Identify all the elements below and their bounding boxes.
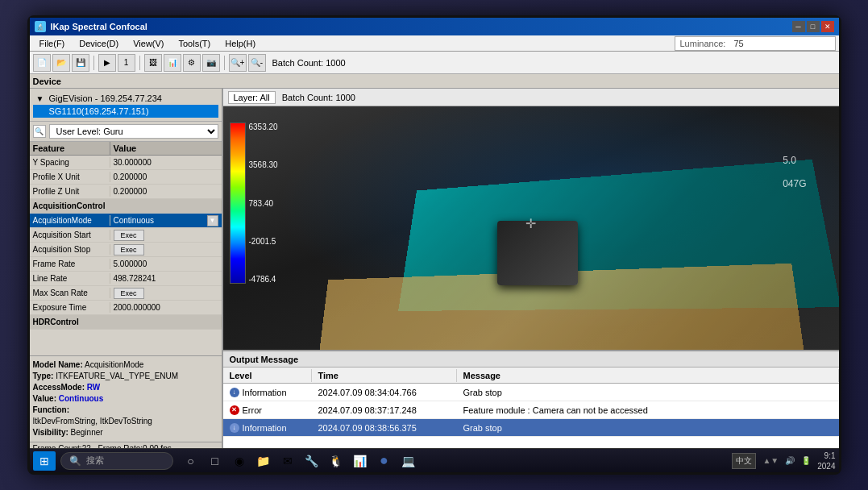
exec-maxscan-button[interactable]: Exec [114, 288, 144, 299]
play-button[interactable]: ▶ [98, 54, 116, 72]
cursor-indicator: ✛ [525, 215, 536, 230]
taskbar-icon-monitor[interactable]: 💻 [399, 451, 418, 471]
row-acquisition-stop[interactable]: Acquisition Stop Exec [30, 243, 222, 257]
out-row-0[interactable]: ↓ Information 2024.07.09 08:34:04.766 Gr… [223, 384, 839, 401]
feature-framerate-value[interactable]: 5.000000 [110, 259, 222, 269]
out-row-2[interactable]: ↓ Information 2024.07.09 08:38:56.375 Gr… [223, 419, 839, 437]
row-profilezunit[interactable]: Profile Z Unit 0.200000 [30, 185, 222, 199]
row-acquisitionmode[interactable]: AcquisitionMode Continuous ▼ [30, 214, 222, 228]
feature-profilezunit-value[interactable]: 0.200000 [110, 186, 222, 197]
open-button[interactable]: 📂 [52, 54, 70, 72]
taskbar-icon-task[interactable]: ○ [181, 451, 201, 471]
output-title: Output Message [230, 355, 299, 364]
user-level-select[interactable]: User Level: Guru [49, 124, 218, 139]
exec-stop-button[interactable]: Exec [114, 244, 144, 255]
cb-label-0: 6353.20 [249, 122, 278, 131]
feature-acqstop-label: Acquisition Stop [30, 244, 110, 255]
menu-device[interactable]: Device(D) [73, 37, 125, 50]
feature-profilexunit-value[interactable]: 0.200000 [110, 172, 222, 182]
feature-linerate-value[interactable]: 498.728241 [110, 273, 222, 284]
minimize-button[interactable]: ─ [792, 21, 805, 32]
taskbar-icon-app1[interactable]: 🐧 [326, 451, 346, 471]
camera-btn[interactable]: 📷 [202, 54, 220, 72]
taskbar-icon-chart[interactable]: 📊 [351, 451, 370, 471]
cb-label-1: 3568.30 [249, 160, 278, 169]
access-value: RW [87, 383, 100, 392]
taskbar-icon-mail[interactable]: ✉ [278, 451, 297, 471]
taskbar-search[interactable]: 🔍 搜索 [60, 452, 173, 470]
col-message: Message [457, 369, 839, 382]
taskbar-icon-folder[interactable]: 📁 [254, 451, 273, 471]
row-acquisition-start[interactable]: Acquisition Start Exec [30, 228, 222, 243]
row-framerate[interactable]: Frame Rate 5.000000 [30, 257, 222, 272]
feature-yspacing-value[interactable]: 30.000000 [110, 157, 222, 168]
row-profilexunit[interactable]: Profile X Unit 0.200000 [30, 170, 222, 185]
exec-start-button[interactable]: Exec [114, 230, 144, 241]
tree-item-sg1110[interactable]: SG1110(169.254.77.151) [33, 105, 218, 118]
device-bar: Device [30, 74, 839, 89]
save-button[interactable]: 💾 [72, 54, 89, 72]
out-row-1[interactable]: ✕ Error 2024.07.09 08:37:17.248 Feature … [223, 401, 839, 419]
img-num-0: 5.0 [783, 155, 806, 166]
main-area: ▼ GigEVision - 169.254.77.234 SG1110(169… [30, 89, 839, 455]
menu-view[interactable]: View(V) [127, 37, 170, 50]
color-bar-labels: 6353.20 3568.30 783.40 -2001.5 -4786.4 [249, 122, 278, 284]
value-label: Value: [33, 394, 56, 403]
feature-yspacing-label: Y Spacing [30, 157, 110, 168]
chart-btn[interactable]: 📊 [164, 54, 181, 72]
menu-help[interactable]: Help(H) [218, 37, 262, 50]
row-category-acquisition: AcquisitionControl [30, 199, 222, 214]
out-time-0: 2024.07.09 08:34:04.766 [312, 387, 457, 398]
tree-item-gigev[interactable]: ▼ GigEVision - 169.254.77.234 [33, 92, 218, 105]
zoom-out-btn[interactable]: 🔍- [248, 54, 266, 72]
ime-indicator[interactable]: 中文 [732, 453, 756, 469]
menu-tools[interactable]: Tools(T) [172, 37, 218, 50]
image-numbers: 5.0 047G [783, 155, 806, 189]
row-linerate[interactable]: Line Rate 498.728241 [30, 272, 222, 286]
out-msg-2: Grab stop [457, 422, 839, 434]
feature-acquisitionmode-label: AcquisitionMode [30, 215, 110, 226]
luminance-label: Luminance: [680, 39, 726, 48]
dropdown-arrow-icon[interactable]: ▼ [207, 215, 218, 226]
monitor-outer: 🔬 IKap Spectral Confocal ─ □ ✕ File(F) D… [0, 0, 868, 490]
new-button[interactable]: 📄 [33, 54, 51, 72]
batch-count-label: Batch Count: 1000 [272, 58, 346, 68]
network-icon: ▲▼ [762, 456, 779, 465]
output-header: Output Message [223, 351, 839, 368]
menu-bar: File(F) Device(D) View(V) Tools(T) Help(… [30, 35, 839, 52]
out-level-text-0: Information [243, 388, 287, 397]
taskbar-clock: 9:1 2024 [817, 451, 835, 471]
type-label: Type: [33, 372, 54, 380]
zoom-in-btn[interactable]: 🔍+ [229, 54, 247, 72]
taskbar-icon-chrome[interactable]: ◉ [230, 451, 249, 471]
acquisitionmode-dropdown[interactable]: Continuous ▼ [114, 215, 218, 226]
step-button[interactable]: 1 [118, 54, 135, 72]
feature-acquisitionmode-value[interactable]: Continuous ▼ [110, 214, 222, 227]
taskbar-icon-tools[interactable]: 🔧 [302, 451, 322, 471]
start-button[interactable]: ⊞ [33, 451, 56, 471]
separator-2 [139, 56, 140, 70]
feature-table-header: Feature Value [30, 142, 222, 156]
taskbar-search-placeholder: 搜索 [86, 455, 104, 467]
search-icon[interactable]: 🔍 [33, 125, 46, 138]
row-exposuretime[interactable]: Exposure Time 2000.000000 [30, 301, 222, 315]
taskbar-icon-blue[interactable]: ● [375, 451, 394, 471]
feature-linerate-label: Line Rate [30, 273, 110, 284]
layer-badge[interactable]: Layer: All [228, 91, 276, 104]
separator-1 [93, 56, 94, 70]
row-yspacing[interactable]: Y Spacing 30.000000 [30, 156, 222, 170]
maximize-button[interactable]: □ [807, 21, 820, 32]
menu-file[interactable]: File(F) [33, 37, 72, 50]
visualization-area: 6353.20 3568.30 783.40 -2001.5 -4786.4 5… [223, 106, 839, 350]
settings-btn[interactable]: ⚙ [183, 54, 201, 72]
image-btn[interactable]: 🖼 [144, 54, 162, 72]
access-label: AccessMode: [33, 383, 85, 392]
taskbar-icon-multi[interactable]: □ [206, 451, 225, 471]
close-button[interactable]: ✕ [821, 21, 834, 32]
visibility-value: Beginner [71, 428, 103, 437]
cb-label-3: -2001.5 [249, 237, 278, 246]
out-time-1: 2024.07.09 08:37:17.248 [312, 405, 457, 416]
row-maxscanrate[interactable]: Max Scan Rate Exec [30, 286, 222, 301]
feature-exposuretime-value[interactable]: 2000.000000 [110, 302, 222, 313]
feature-framerate-label: Frame Rate [30, 259, 110, 269]
